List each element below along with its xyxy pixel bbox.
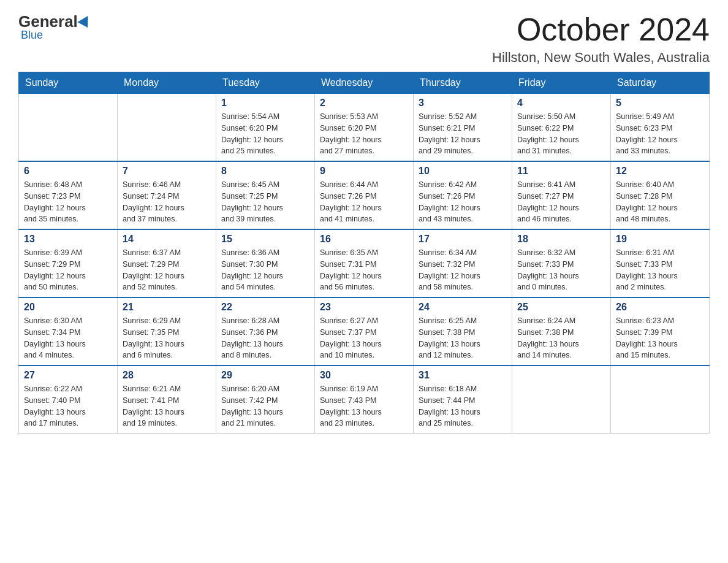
day-info: Sunrise: 5:52 AM Sunset: 6:21 PM Dayligh…	[419, 111, 507, 157]
calendar-cell: 22Sunrise: 6:28 AM Sunset: 7:36 PM Dayli…	[216, 297, 315, 366]
day-number: 31	[419, 370, 507, 381]
day-info: Sunrise: 6:30 AM Sunset: 7:34 PM Dayligh…	[24, 315, 112, 361]
calendar-cell: 14Sunrise: 6:37 AM Sunset: 7:29 PM Dayli…	[118, 229, 216, 297]
day-number: 12	[616, 166, 704, 177]
day-number: 9	[320, 166, 408, 177]
day-info: Sunrise: 6:31 AM Sunset: 7:33 PM Dayligh…	[616, 247, 704, 293]
day-number: 11	[517, 166, 605, 177]
week-row-2: 6Sunrise: 6:48 AM Sunset: 7:23 PM Daylig…	[19, 161, 710, 229]
week-row-1: 1Sunrise: 5:54 AM Sunset: 6:20 PM Daylig…	[19, 94, 710, 162]
day-number: 17	[419, 234, 507, 245]
day-number: 30	[320, 370, 408, 381]
day-number: 10	[419, 166, 507, 177]
day-number: 14	[123, 234, 211, 245]
calendar-cell: 12Sunrise: 6:40 AM Sunset: 7:28 PM Dayli…	[611, 161, 710, 229]
calendar-cell: 13Sunrise: 6:39 AM Sunset: 7:29 PM Dayli…	[19, 229, 118, 297]
calendar-cell: 4Sunrise: 5:50 AM Sunset: 6:22 PM Daylig…	[512, 94, 611, 162]
calendar-cell: 28Sunrise: 6:21 AM Sunset: 7:41 PM Dayli…	[118, 366, 216, 434]
day-number: 23	[320, 302, 408, 313]
day-info: Sunrise: 6:34 AM Sunset: 7:32 PM Dayligh…	[419, 247, 507, 293]
calendar-cell: 1Sunrise: 5:54 AM Sunset: 6:20 PM Daylig…	[216, 94, 315, 162]
day-number: 29	[221, 370, 309, 381]
day-info: Sunrise: 6:46 AM Sunset: 7:24 PM Dayligh…	[123, 179, 211, 225]
calendar-cell: 29Sunrise: 6:20 AM Sunset: 7:42 PM Dayli…	[216, 366, 315, 434]
day-number: 16	[320, 234, 408, 245]
calendar-cell: 10Sunrise: 6:42 AM Sunset: 7:26 PM Dayli…	[414, 161, 512, 229]
calendar-cell: 5Sunrise: 5:49 AM Sunset: 6:23 PM Daylig…	[611, 94, 710, 162]
day-info: Sunrise: 6:24 AM Sunset: 7:38 PM Dayligh…	[517, 315, 605, 361]
calendar-cell	[611, 366, 710, 434]
day-number: 26	[616, 302, 704, 313]
calendar-cell: 26Sunrise: 6:23 AM Sunset: 7:39 PM Dayli…	[611, 297, 710, 366]
weekday-header-sunday: Sunday	[19, 72, 118, 94]
day-info: Sunrise: 6:45 AM Sunset: 7:25 PM Dayligh…	[221, 179, 309, 225]
weekday-header-monday: Monday	[118, 72, 216, 94]
day-info: Sunrise: 5:49 AM Sunset: 6:23 PM Dayligh…	[616, 111, 704, 157]
page-header: General Blue October 2024 Hillston, New …	[18, 12, 710, 66]
day-info: Sunrise: 6:36 AM Sunset: 7:30 PM Dayligh…	[221, 247, 309, 293]
day-number: 25	[517, 302, 605, 313]
calendar-cell: 2Sunrise: 5:53 AM Sunset: 6:20 PM Daylig…	[315, 94, 414, 162]
day-number: 22	[221, 302, 309, 313]
day-number: 8	[221, 166, 309, 177]
calendar-cell: 11Sunrise: 6:41 AM Sunset: 7:27 PM Dayli…	[512, 161, 611, 229]
weekday-header-wednesday: Wednesday	[315, 72, 414, 94]
calendar-cell: 20Sunrise: 6:30 AM Sunset: 7:34 PM Dayli…	[19, 297, 118, 366]
logo: General Blue	[18, 12, 91, 42]
weekday-header-friday: Friday	[512, 72, 611, 94]
day-info: Sunrise: 6:29 AM Sunset: 7:35 PM Dayligh…	[123, 315, 211, 361]
day-number: 1	[221, 98, 309, 109]
day-info: Sunrise: 5:50 AM Sunset: 6:22 PM Dayligh…	[517, 111, 605, 157]
day-info: Sunrise: 5:54 AM Sunset: 6:20 PM Dayligh…	[221, 111, 309, 157]
calendar-cell: 18Sunrise: 6:32 AM Sunset: 7:33 PM Dayli…	[512, 229, 611, 297]
day-info: Sunrise: 6:40 AM Sunset: 7:28 PM Dayligh…	[616, 179, 704, 225]
calendar-table: SundayMondayTuesdayWednesdayThursdayFrid…	[18, 72, 710, 434]
day-info: Sunrise: 6:23 AM Sunset: 7:39 PM Dayligh…	[616, 315, 704, 361]
day-number: 18	[517, 234, 605, 245]
calendar-cell	[19, 94, 118, 162]
week-row-5: 27Sunrise: 6:22 AM Sunset: 7:40 PM Dayli…	[19, 366, 710, 434]
day-info: Sunrise: 6:22 AM Sunset: 7:40 PM Dayligh…	[24, 383, 112, 429]
day-number: 4	[517, 98, 605, 109]
weekday-header-row: SundayMondayTuesdayWednesdayThursdayFrid…	[19, 72, 710, 94]
month-year-title: October 2024	[492, 12, 710, 47]
day-info: Sunrise: 6:37 AM Sunset: 7:29 PM Dayligh…	[123, 247, 211, 293]
calendar-cell: 23Sunrise: 6:27 AM Sunset: 7:37 PM Dayli…	[315, 297, 414, 366]
day-info: Sunrise: 6:44 AM Sunset: 7:26 PM Dayligh…	[320, 179, 408, 225]
weekday-header-tuesday: Tuesday	[216, 72, 315, 94]
calendar-cell: 7Sunrise: 6:46 AM Sunset: 7:24 PM Daylig…	[118, 161, 216, 229]
day-info: Sunrise: 6:48 AM Sunset: 7:23 PM Dayligh…	[24, 179, 112, 225]
day-info: Sunrise: 6:32 AM Sunset: 7:33 PM Dayligh…	[517, 247, 605, 293]
week-row-3: 13Sunrise: 6:39 AM Sunset: 7:29 PM Dayli…	[19, 229, 710, 297]
day-number: 7	[123, 166, 211, 177]
calendar-cell: 30Sunrise: 6:19 AM Sunset: 7:43 PM Dayli…	[315, 366, 414, 434]
day-info: Sunrise: 5:53 AM Sunset: 6:20 PM Dayligh…	[320, 111, 408, 157]
day-number: 27	[24, 370, 112, 381]
calendar-cell: 24Sunrise: 6:25 AM Sunset: 7:38 PM Dayli…	[414, 297, 512, 366]
day-number: 28	[123, 370, 211, 381]
day-info: Sunrise: 6:41 AM Sunset: 7:27 PM Dayligh…	[517, 179, 605, 225]
week-row-4: 20Sunrise: 6:30 AM Sunset: 7:34 PM Dayli…	[19, 297, 710, 366]
calendar-cell: 9Sunrise: 6:44 AM Sunset: 7:26 PM Daylig…	[315, 161, 414, 229]
day-info: Sunrise: 6:19 AM Sunset: 7:43 PM Dayligh…	[320, 383, 408, 429]
calendar-cell: 31Sunrise: 6:18 AM Sunset: 7:44 PM Dayli…	[414, 366, 512, 434]
logo-triangle-icon	[77, 16, 93, 31]
day-number: 13	[24, 234, 112, 245]
weekday-header-thursday: Thursday	[414, 72, 512, 94]
day-number: 21	[123, 302, 211, 313]
calendar-cell: 17Sunrise: 6:34 AM Sunset: 7:32 PM Dayli…	[414, 229, 512, 297]
calendar-cell	[512, 366, 611, 434]
day-number: 6	[24, 166, 112, 177]
calendar-cell: 16Sunrise: 6:35 AM Sunset: 7:31 PM Dayli…	[315, 229, 414, 297]
location-subtitle: Hillston, New South Wales, Australia	[492, 50, 710, 66]
logo-blue: Blue	[21, 29, 43, 42]
day-number: 5	[616, 98, 704, 109]
calendar-cell: 19Sunrise: 6:31 AM Sunset: 7:33 PM Dayli…	[611, 229, 710, 297]
day-info: Sunrise: 6:18 AM Sunset: 7:44 PM Dayligh…	[419, 383, 507, 429]
calendar-cell: 6Sunrise: 6:48 AM Sunset: 7:23 PM Daylig…	[19, 161, 118, 229]
day-number: 15	[221, 234, 309, 245]
day-info: Sunrise: 6:42 AM Sunset: 7:26 PM Dayligh…	[419, 179, 507, 225]
day-number: 2	[320, 98, 408, 109]
day-info: Sunrise: 6:21 AM Sunset: 7:41 PM Dayligh…	[123, 383, 211, 429]
day-info: Sunrise: 6:27 AM Sunset: 7:37 PM Dayligh…	[320, 315, 408, 361]
